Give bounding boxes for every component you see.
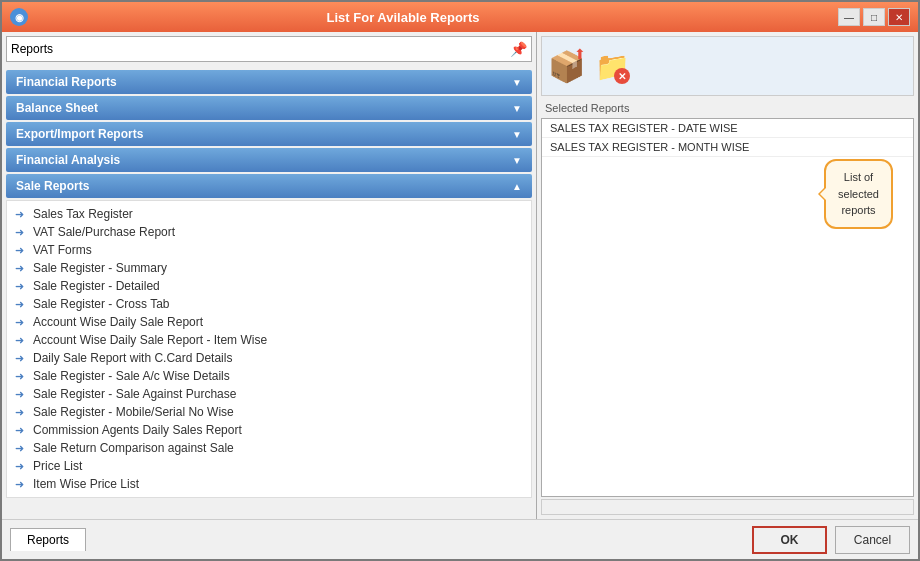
arrow-icon: ➜: [15, 244, 27, 257]
list-item[interactable]: ➜ Price List: [7, 457, 531, 475]
list-item[interactable]: ➜ Sale Return Comparison against Sale: [7, 439, 531, 457]
report-label: VAT Sale/Purchase Report: [33, 225, 175, 239]
report-label: Sale Register - Sale A/c Wise Details: [33, 369, 230, 383]
list-item[interactable]: ➜ Sale Register - Detailed: [7, 277, 531, 295]
section-balance-label: Balance Sheet: [16, 101, 98, 115]
section-sale-reports[interactable]: Sale Reports ▲: [6, 174, 532, 198]
report-label: VAT Forms: [33, 243, 92, 257]
arrow-icon: ➜: [15, 298, 27, 311]
report-label: Sale Register - Detailed: [33, 279, 160, 293]
list-item[interactable]: ➜ Sales Tax Register: [7, 205, 531, 223]
search-input[interactable]: [11, 42, 510, 56]
bottom-buttons: OK Cancel: [752, 526, 910, 554]
reports-list: Financial Reports ▼ Balance Sheet ▼ Expo…: [2, 66, 536, 519]
report-label: Sale Register - Sale Against Purchase: [33, 387, 236, 401]
pin-icon[interactable]: 📌: [510, 41, 527, 57]
maximize-button[interactable]: □: [863, 8, 885, 26]
selected-report-item[interactable]: SALES TAX REGISTER - MONTH WISE: [542, 138, 913, 157]
list-item[interactable]: ➜ VAT Sale/Purchase Report: [7, 223, 531, 241]
selected-report-item[interactable]: SALES TAX REGISTER - DATE WISE: [542, 119, 913, 138]
app-icon: ◉: [10, 8, 28, 26]
window-controls: — □ ✕: [838, 8, 910, 26]
list-item[interactable]: ➜ VAT Forms: [7, 241, 531, 259]
section-financial-label: Financial Reports: [16, 75, 117, 89]
minimize-button[interactable]: —: [838, 8, 860, 26]
chevron-down-icon-2: ▼: [512, 103, 522, 114]
arrow-icon: ➜: [15, 352, 27, 365]
arrow-icon: ➜: [15, 478, 27, 491]
add-to-selected-button[interactable]: 📦 ⬆: [546, 46, 586, 86]
list-item[interactable]: ➜ Commission Agents Daily Sales Report: [7, 421, 531, 439]
report-label: Daily Sale Report with C.Card Details: [33, 351, 232, 365]
report-label: Account Wise Daily Sale Report - Item Wi…: [33, 333, 267, 347]
delete-badge: ✕: [614, 68, 630, 84]
report-label: Sale Register - Summary: [33, 261, 167, 275]
arrow-icon: ➜: [15, 370, 27, 383]
arrow-icon: ➜: [15, 280, 27, 293]
report-label: Item Wise Price List: [33, 477, 139, 491]
arrow-icon: ➜: [15, 424, 27, 437]
search-bar: 📌: [6, 36, 532, 62]
right-panel: 📦 ⬆ 📁 ✕ Selected Reports SALES TAX REGIS…: [537, 32, 918, 519]
sale-reports-content: ➜ Sales Tax Register ➜ VAT Sale/Purchase…: [6, 200, 532, 498]
section-export-import[interactable]: Export/Import Reports ▼: [6, 122, 532, 146]
section-sale-label: Sale Reports: [16, 179, 89, 193]
section-financial-analysis[interactable]: Financial Analysis ▼: [6, 148, 532, 172]
arrow-icon: ➜: [15, 388, 27, 401]
arrow-icon: ➜: [15, 334, 27, 347]
arrow-icon: ➜: [15, 442, 27, 455]
list-item[interactable]: ➜ Sale Register - Mobile/Serial No Wise: [7, 403, 531, 421]
folder-delete-button[interactable]: 📁 ✕: [592, 46, 632, 86]
report-label: Sale Register - Mobile/Serial No Wise: [33, 405, 234, 419]
section-analysis-label: Financial Analysis: [16, 153, 120, 167]
main-content: 📌 Financial Reports ▼ Balance Sheet ▼ Ex…: [2, 32, 918, 519]
cancel-button[interactable]: Cancel: [835, 526, 910, 554]
ok-button[interactable]: OK: [752, 526, 827, 554]
arrow-icon: ➜: [15, 406, 27, 419]
arrow-icon: ➜: [15, 262, 27, 275]
report-label: Account Wise Daily Sale Report: [33, 315, 203, 329]
arrow-icon: ➜: [15, 226, 27, 239]
section-financial-reports[interactable]: Financial Reports ▼: [6, 70, 532, 94]
chevron-up-icon: ▲: [512, 181, 522, 192]
tooltip-bubble: List ofselectedreports: [824, 159, 893, 229]
close-button[interactable]: ✕: [888, 8, 910, 26]
list-item[interactable]: ➜ Sale Register - Sale Against Purchase: [7, 385, 531, 403]
title-bar: ◉ List For Avilable Reports — □ ✕: [2, 2, 918, 32]
tab-reports[interactable]: Reports: [10, 528, 86, 551]
report-label: Commission Agents Daily Sales Report: [33, 423, 242, 437]
chevron-down-icon-3: ▼: [512, 129, 522, 140]
list-item[interactable]: ➜ Account Wise Daily Sale Report: [7, 313, 531, 331]
left-panel: 📌 Financial Reports ▼ Balance Sheet ▼ Ex…: [2, 32, 537, 519]
selected-reports-label: Selected Reports: [541, 100, 914, 116]
arrow-icon: ➜: [15, 208, 27, 221]
report-label: Sales Tax Register: [33, 207, 133, 221]
list-item[interactable]: ➜ Account Wise Daily Sale Report - Item …: [7, 331, 531, 349]
arrow-icon: ➜: [15, 316, 27, 329]
selected-reports-box: SALES TAX REGISTER - DATE WISE SALES TAX…: [541, 118, 914, 497]
window-title: List For Avilable Reports: [28, 10, 778, 25]
toolbar: 📦 ⬆ 📁 ✕: [541, 36, 914, 96]
arrow-icon: ➜: [15, 460, 27, 473]
list-item[interactable]: ➜ Sale Register - Sale A/c Wise Details: [7, 367, 531, 385]
bottom-panel: Reports OK Cancel: [2, 519, 918, 559]
list-item[interactable]: ➜ Sale Register - Cross Tab: [7, 295, 531, 313]
list-item[interactable]: ➜ Sale Register - Summary: [7, 259, 531, 277]
section-balance-sheet[interactable]: Balance Sheet ▼: [6, 96, 532, 120]
chevron-down-icon-4: ▼: [512, 155, 522, 166]
report-label: Price List: [33, 459, 82, 473]
chevron-down-icon: ▼: [512, 77, 522, 88]
section-export-label: Export/Import Reports: [16, 127, 143, 141]
report-label: Sale Return Comparison against Sale: [33, 441, 234, 455]
main-window: ◉ List For Avilable Reports — □ ✕ 📌 Fina…: [0, 0, 920, 561]
title-bar-left: ◉: [10, 8, 28, 26]
folder-delete-icon: 📁 ✕: [592, 46, 632, 86]
list-item[interactable]: ➜ Item Wise Price List: [7, 475, 531, 493]
report-label: Sale Register - Cross Tab: [33, 297, 170, 311]
list-item[interactable]: ➜ Daily Sale Report with C.Card Details: [7, 349, 531, 367]
tooltip-text: List ofselectedreports: [838, 171, 879, 216]
add-box-icon: 📦 ⬆: [546, 46, 586, 86]
horizontal-scrollbar[interactable]: [541, 499, 914, 515]
